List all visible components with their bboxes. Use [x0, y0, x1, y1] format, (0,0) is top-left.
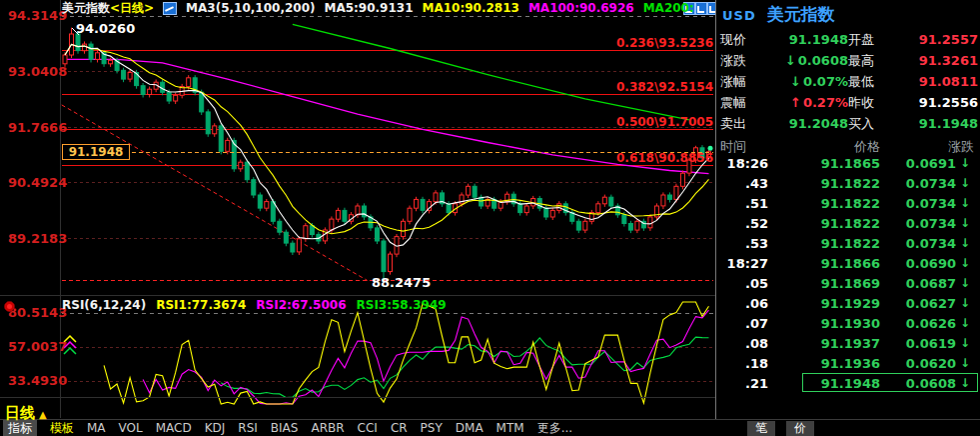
candle-body — [239, 162, 243, 169]
tick-row[interactable]: .1891.19360.0620↓ — [720, 353, 978, 373]
toolbar-item-cci[interactable]: CCI — [358, 421, 378, 435]
tick-row[interactable]: .5191.18220.0734↓ — [720, 193, 978, 213]
down-arrow-icon: ↓ — [956, 356, 974, 370]
current-price-tag: 91.1948 — [62, 144, 130, 160]
tick-row[interactable]: .0891.19370.0619↓ — [720, 333, 978, 353]
tick-row[interactable]: .4391.18220.0734↓ — [720, 173, 978, 193]
ma200-value: MA200: — [643, 1, 694, 15]
quote-cell: 涨跌↓0.0608 — [720, 52, 848, 70]
fib-level-label: 0.500\91.7005 — [583, 115, 713, 129]
zoom-in-chart-icon[interactable] — [695, 2, 707, 15]
rsi3-line — [221, 337, 708, 397]
last-tick-highlight — [802, 373, 978, 392]
tick-price: 91.1869 — [768, 276, 880, 291]
toolbar-item-[interactable]: 更多... — [537, 420, 572, 436]
toolbar-item-vol[interactable]: VOL — [119, 421, 143, 435]
rsi-axis-label: 57.0037 — [8, 339, 58, 354]
indicator-label: MA3(5,10,100,200) — [186, 1, 315, 15]
candle-body — [336, 210, 340, 219]
price-axis-label: 89.2183 — [8, 231, 58, 246]
candle-body — [674, 186, 678, 199]
quote-label: 卖出 — [720, 115, 762, 133]
down-arrow-icon: ↓ — [956, 236, 974, 250]
toolbar-item-kdj[interactable]: KDJ — [205, 421, 226, 435]
tick-row[interactable]: .0791.19300.0626↓ — [720, 313, 978, 333]
candle-body — [680, 173, 684, 186]
tick-price: 91.1937 — [768, 336, 880, 351]
toolbar-item-macd[interactable]: MACD — [156, 421, 192, 435]
tick-time: .05 — [720, 276, 768, 291]
candle-body — [96, 53, 100, 60]
down-arrow-icon: ↓ — [956, 256, 974, 270]
tab-笔[interactable]: 笔 — [747, 421, 775, 436]
quote-panel: USD 美元指数 现价91.1948开盘91.2557涨跌↓0.0608最高91… — [716, 0, 980, 436]
tick-tabs: 笔价 — [747, 421, 814, 436]
candle-body — [297, 239, 301, 252]
kline-chart-icon[interactable] — [163, 2, 177, 15]
tick-change: 0.0691 — [880, 156, 956, 171]
tick-change: 0.0687 — [880, 276, 956, 291]
candle-body — [226, 140, 230, 151]
candle-body — [330, 219, 334, 230]
tick-time: .21 — [720, 376, 768, 391]
quote-value: 91.2557 — [890, 32, 978, 47]
toolbar-item-arbr[interactable]: ARBR — [311, 421, 344, 435]
quote-value: ↑0.27% — [762, 95, 848, 110]
candle-body — [310, 226, 314, 235]
candle-body — [447, 204, 451, 213]
candle-body — [628, 224, 632, 231]
candle-body — [148, 89, 152, 94]
candle-body — [622, 215, 626, 224]
toolbar-item-[interactable]: 模板 — [50, 420, 74, 436]
tick-price: 91.1865 — [768, 156, 880, 171]
tab-价[interactable]: 价 — [786, 421, 814, 436]
quote-label: 最高 — [848, 52, 890, 70]
candle-body — [122, 70, 126, 79]
rsi-legend: RSI(6,12,24) RSI1:77.3674 RSI2:67.5006 R… — [62, 298, 447, 312]
tick-price: 91.1929 — [768, 296, 880, 311]
toolbar-item-mtm[interactable]: MTM — [496, 421, 524, 435]
candle-body — [434, 193, 438, 202]
tick-row[interactable]: .5291.18220.0734↓ — [720, 213, 978, 233]
tick-row[interactable]: .0591.18690.0687↓ — [720, 273, 978, 293]
toolbar-item-bias[interactable]: BIAS — [271, 421, 299, 435]
period-dropdown[interactable]: 日线▲ — [5, 404, 47, 423]
candle-body — [667, 195, 671, 199]
tick-time: .53 — [720, 236, 768, 251]
tick-row[interactable]: .5391.18220.0734↓ — [720, 233, 978, 253]
quote-label: 昨收 — [848, 94, 890, 112]
tick-time: .06 — [720, 296, 768, 311]
tick-change: 0.0734 — [880, 196, 956, 211]
tick-row[interactable]: .0691.19290.0627↓ — [720, 293, 978, 313]
tick-price: 91.1822 — [768, 196, 880, 211]
tick-time: .43 — [720, 176, 768, 191]
candle-body — [460, 195, 464, 204]
down-arrow-icon: ↓ — [956, 176, 974, 190]
quote-value: 91.1948 — [890, 116, 978, 131]
price-chart-canvas[interactable] — [0, 0, 715, 420]
indicator-dot-icon[interactable] — [4, 301, 15, 312]
candle-body — [174, 95, 178, 101]
candle-body — [141, 86, 145, 95]
fib-level-label: 0.618\90.8856 — [583, 151, 713, 165]
toolbar-item-ma[interactable]: MA — [87, 421, 106, 435]
rsi-indicator-label: RSI(6,12,24) — [62, 298, 146, 312]
candle-body — [109, 60, 113, 64]
toolbar-item-cr[interactable]: CR — [391, 421, 408, 435]
quote-value: ↓0.07% — [762, 74, 848, 89]
quote-label: 涨幅 — [720, 73, 762, 91]
candle-body — [524, 206, 528, 213]
toolbar-item-dma[interactable]: DMA — [456, 421, 484, 435]
toolbar-item-rsi[interactable]: RSI — [238, 421, 258, 435]
tick-row[interactable]: 18:2791.18660.0690↓ — [720, 253, 978, 273]
tick-row[interactable]: .2191.19480.0608↓ — [720, 373, 978, 393]
tick-row[interactable]: 18:2691.18650.0691↓ — [720, 153, 978, 173]
fib-level-label: 0.236\93.5236 — [583, 36, 713, 50]
candle-body — [265, 202, 269, 209]
toolbar-item-psy[interactable]: PSY — [421, 421, 443, 435]
candle-body — [187, 78, 191, 87]
quote-title: USD 美元指数 — [722, 3, 835, 26]
quote-label: 买入 — [848, 115, 890, 133]
tick-change: 0.0734 — [880, 236, 956, 251]
candle-body — [304, 226, 308, 239]
